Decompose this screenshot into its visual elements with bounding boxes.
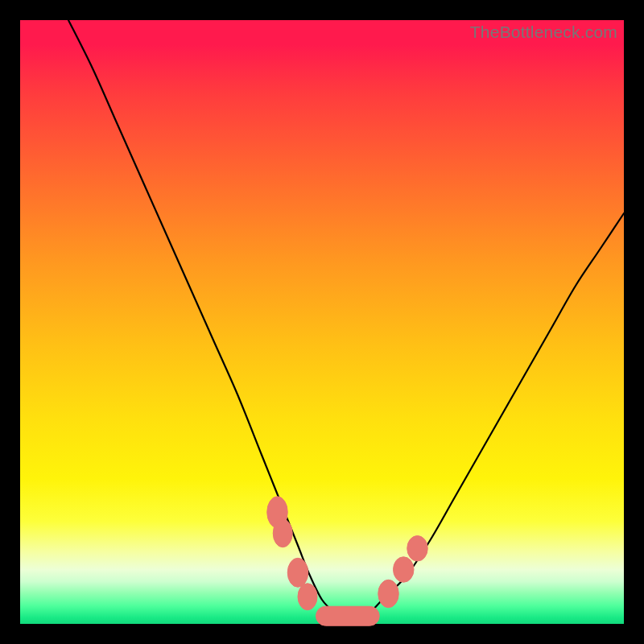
watermark-text: TheBottleneck.com [470, 23, 617, 42]
chart-svg [20, 20, 624, 624]
data-marker [287, 558, 308, 587]
markers-group [267, 497, 428, 626]
data-marker [298, 584, 317, 610]
curve-line [68, 20, 624, 618]
chart-frame: TheBottleneck.com [0, 0, 644, 644]
data-marker [378, 580, 399, 608]
data-marker-cluster [316, 606, 380, 625]
data-marker [273, 519, 292, 547]
data-marker [394, 557, 415, 583]
data-marker [407, 536, 428, 562]
plot-area: TheBottleneck.com [20, 20, 624, 624]
